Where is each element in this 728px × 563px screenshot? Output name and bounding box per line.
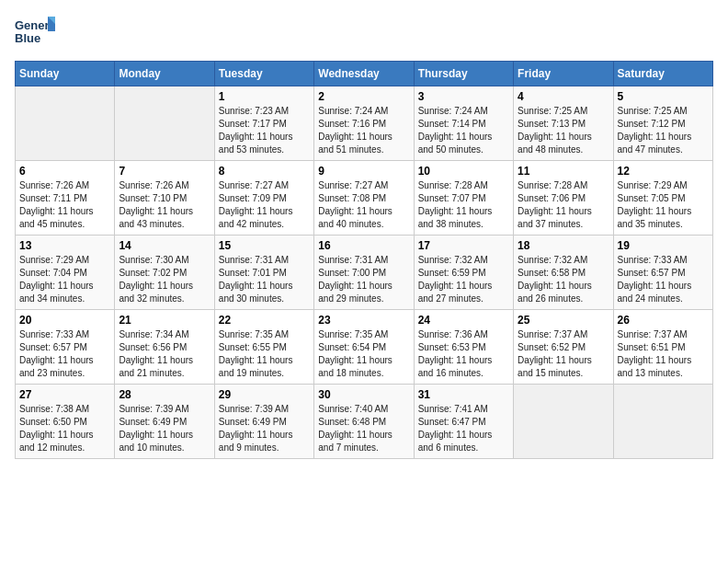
day-info: Sunrise: 7:29 AM Sunset: 7:04 PM Dayligh… xyxy=(19,254,110,305)
day-number: 30 xyxy=(318,388,409,401)
calendar-cell: 29Sunrise: 7:39 AM Sunset: 6:49 PM Dayli… xyxy=(214,385,313,459)
day-number: 27 xyxy=(19,388,110,401)
calendar-cell: 8Sunrise: 7:27 AM Sunset: 7:09 PM Daylig… xyxy=(214,161,313,236)
calendar-cell: 6Sunrise: 7:26 AM Sunset: 7:11 PM Daylig… xyxy=(16,161,115,236)
day-number: 14 xyxy=(119,239,210,252)
day-info: Sunrise: 7:24 AM Sunset: 7:14 PM Dayligh… xyxy=(418,105,509,156)
calendar-cell: 21Sunrise: 7:34 AM Sunset: 6:56 PM Dayli… xyxy=(115,310,214,385)
calendar-header-row: SundayMondayTuesdayWednesdayThursdayFrid… xyxy=(16,62,713,86)
day-number: 9 xyxy=(318,165,409,178)
day-number: 22 xyxy=(219,314,310,327)
calendar-week-3: 13Sunrise: 7:29 AM Sunset: 7:04 PM Dayli… xyxy=(16,236,713,310)
day-number: 29 xyxy=(219,388,310,401)
day-info: Sunrise: 7:28 AM Sunset: 7:06 PM Dayligh… xyxy=(518,179,609,231)
calendar-cell xyxy=(16,86,115,161)
calendar-cell: 18Sunrise: 7:32 AM Sunset: 6:58 PM Dayli… xyxy=(514,236,613,310)
day-info: Sunrise: 7:25 AM Sunset: 7:12 PM Dayligh… xyxy=(618,105,709,156)
day-number: 18 xyxy=(518,239,609,252)
day-info: Sunrise: 7:27 AM Sunset: 7:08 PM Dayligh… xyxy=(318,179,409,231)
day-info: Sunrise: 7:39 AM Sunset: 6:49 PM Dayligh… xyxy=(219,403,310,454)
day-info: Sunrise: 7:26 AM Sunset: 7:11 PM Dayligh… xyxy=(19,179,110,231)
calendar-cell: 24Sunrise: 7:36 AM Sunset: 6:53 PM Dayli… xyxy=(414,310,513,385)
day-number: 26 xyxy=(618,314,709,327)
calendar-cell: 25Sunrise: 7:37 AM Sunset: 6:52 PM Dayli… xyxy=(514,310,613,385)
day-info: Sunrise: 7:40 AM Sunset: 6:48 PM Dayligh… xyxy=(318,403,409,454)
calendar-cell: 22Sunrise: 7:35 AM Sunset: 6:55 PM Dayli… xyxy=(214,310,313,385)
day-info: Sunrise: 7:29 AM Sunset: 7:05 PM Dayligh… xyxy=(618,179,709,231)
calendar-cell: 13Sunrise: 7:29 AM Sunset: 7:04 PM Dayli… xyxy=(16,236,115,310)
day-info: Sunrise: 7:41 AM Sunset: 6:47 PM Dayligh… xyxy=(418,403,509,454)
calendar-cell: 11Sunrise: 7:28 AM Sunset: 7:06 PM Dayli… xyxy=(514,161,613,236)
calendar-week-4: 20Sunrise: 7:33 AM Sunset: 6:57 PM Dayli… xyxy=(16,310,713,385)
calendar-cell: 30Sunrise: 7:40 AM Sunset: 6:48 PM Dayli… xyxy=(314,385,414,459)
day-header-thursday: Thursday xyxy=(414,62,513,86)
day-number: 5 xyxy=(618,90,709,103)
calendar-cell: 5Sunrise: 7:25 AM Sunset: 7:12 PM Daylig… xyxy=(613,86,712,161)
day-info: Sunrise: 7:23 AM Sunset: 7:17 PM Dayligh… xyxy=(219,105,310,156)
calendar-cell xyxy=(613,385,712,459)
day-number: 13 xyxy=(19,239,110,252)
day-info: Sunrise: 7:33 AM Sunset: 6:57 PM Dayligh… xyxy=(19,328,110,380)
calendar-cell: 9Sunrise: 7:27 AM Sunset: 7:08 PM Daylig… xyxy=(314,161,414,236)
calendar-cell: 26Sunrise: 7:37 AM Sunset: 6:51 PM Dayli… xyxy=(613,310,712,385)
day-number: 19 xyxy=(618,239,709,252)
day-number: 15 xyxy=(219,239,310,252)
day-info: Sunrise: 7:28 AM Sunset: 7:07 PM Dayligh… xyxy=(418,179,509,231)
day-number: 4 xyxy=(518,90,609,103)
day-info: Sunrise: 7:25 AM Sunset: 7:13 PM Dayligh… xyxy=(518,105,609,156)
calendar-cell xyxy=(514,385,613,459)
day-number: 6 xyxy=(19,165,110,178)
day-number: 12 xyxy=(618,165,709,178)
calendar-cell: 27Sunrise: 7:38 AM Sunset: 6:50 PM Dayli… xyxy=(16,385,115,459)
day-number: 10 xyxy=(418,165,509,178)
calendar-week-5: 27Sunrise: 7:38 AM Sunset: 6:50 PM Dayli… xyxy=(16,385,713,459)
calendar-week-2: 6Sunrise: 7:26 AM Sunset: 7:11 PM Daylig… xyxy=(16,161,713,236)
day-header-sunday: Sunday xyxy=(16,62,115,86)
day-header-saturday: Saturday xyxy=(613,62,712,86)
calendar-cell xyxy=(115,86,214,161)
day-info: Sunrise: 7:37 AM Sunset: 6:52 PM Dayligh… xyxy=(518,328,609,380)
day-info: Sunrise: 7:27 AM Sunset: 7:09 PM Dayligh… xyxy=(219,179,310,231)
day-info: Sunrise: 7:35 AM Sunset: 6:54 PM Dayligh… xyxy=(318,328,409,380)
day-info: Sunrise: 7:38 AM Sunset: 6:50 PM Dayligh… xyxy=(19,403,110,454)
day-info: Sunrise: 7:32 AM Sunset: 6:59 PM Dayligh… xyxy=(418,254,509,305)
calendar-cell: 17Sunrise: 7:32 AM Sunset: 6:59 PM Dayli… xyxy=(414,236,513,310)
calendar-cell: 16Sunrise: 7:31 AM Sunset: 7:00 PM Dayli… xyxy=(314,236,414,310)
day-number: 16 xyxy=(318,239,409,252)
day-header-tuesday: Tuesday xyxy=(214,62,313,86)
logo-svg: General Blue xyxy=(15,15,55,52)
day-info: Sunrise: 7:26 AM Sunset: 7:10 PM Dayligh… xyxy=(119,179,210,231)
day-number: 25 xyxy=(518,314,609,327)
day-number: 2 xyxy=(318,90,409,103)
day-number: 11 xyxy=(518,165,609,178)
calendar-cell: 7Sunrise: 7:26 AM Sunset: 7:10 PM Daylig… xyxy=(115,161,214,236)
day-info: Sunrise: 7:30 AM Sunset: 7:02 PM Dayligh… xyxy=(119,254,210,305)
day-number: 28 xyxy=(119,388,210,401)
calendar-cell: 28Sunrise: 7:39 AM Sunset: 6:49 PM Dayli… xyxy=(115,385,214,459)
calendar-cell: 4Sunrise: 7:25 AM Sunset: 7:13 PM Daylig… xyxy=(514,86,613,161)
day-number: 24 xyxy=(418,314,509,327)
day-info: Sunrise: 7:36 AM Sunset: 6:53 PM Dayligh… xyxy=(418,328,509,380)
day-header-monday: Monday xyxy=(115,62,214,86)
calendar-week-1: 1Sunrise: 7:23 AM Sunset: 7:17 PM Daylig… xyxy=(16,86,713,161)
day-number: 20 xyxy=(19,314,110,327)
day-info: Sunrise: 7:31 AM Sunset: 7:00 PM Dayligh… xyxy=(318,254,409,305)
day-header-wednesday: Wednesday xyxy=(314,62,414,86)
day-info: Sunrise: 7:31 AM Sunset: 7:01 PM Dayligh… xyxy=(219,254,310,305)
day-number: 1 xyxy=(219,90,310,103)
calendar-cell: 10Sunrise: 7:28 AM Sunset: 7:07 PM Dayli… xyxy=(414,161,513,236)
calendar-cell: 3Sunrise: 7:24 AM Sunset: 7:14 PM Daylig… xyxy=(414,86,513,161)
day-number: 7 xyxy=(119,165,210,178)
day-info: Sunrise: 7:32 AM Sunset: 6:58 PM Dayligh… xyxy=(518,254,609,305)
day-info: Sunrise: 7:24 AM Sunset: 7:16 PM Dayligh… xyxy=(318,105,409,156)
day-number: 3 xyxy=(418,90,509,103)
calendar-cell: 14Sunrise: 7:30 AM Sunset: 7:02 PM Dayli… xyxy=(115,236,214,310)
calendar-table: SundayMondayTuesdayWednesdayThursdayFrid… xyxy=(15,61,713,459)
calendar-cell: 1Sunrise: 7:23 AM Sunset: 7:17 PM Daylig… xyxy=(214,86,313,161)
day-info: Sunrise: 7:39 AM Sunset: 6:49 PM Dayligh… xyxy=(119,403,210,454)
day-info: Sunrise: 7:33 AM Sunset: 6:57 PM Dayligh… xyxy=(618,254,709,305)
calendar-cell: 12Sunrise: 7:29 AM Sunset: 7:05 PM Dayli… xyxy=(613,161,712,236)
svg-text:Blue: Blue xyxy=(15,31,40,45)
day-number: 8 xyxy=(219,165,310,178)
calendar-cell: 19Sunrise: 7:33 AM Sunset: 6:57 PM Dayli… xyxy=(613,236,712,310)
